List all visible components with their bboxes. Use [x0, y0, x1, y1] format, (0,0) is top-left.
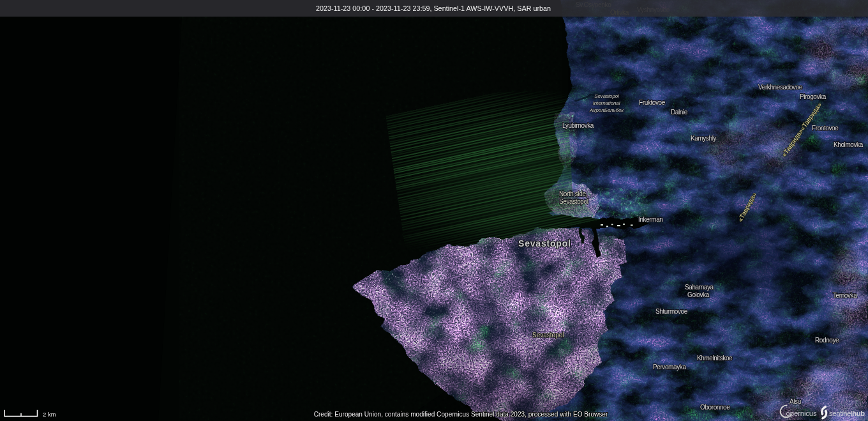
svg-text:Pervomayka: Pervomayka	[653, 364, 686, 371]
svg-text:Kamyshly: Kamyshly	[691, 135, 717, 142]
svg-text:AirportБельбек: AirportБельбек	[589, 107, 624, 113]
svg-text:Verkhnesadovoe: Verkhnesadovoe	[758, 84, 803, 91]
svg-text:Sevastopol: Sevastopol	[594, 93, 619, 99]
svg-text:Ternovka: Ternovka	[833, 292, 857, 299]
svg-text:Frontovoe: Frontovoe	[812, 125, 839, 132]
svg-text:Saharnaya: Saharnaya	[685, 284, 714, 291]
svg-text:Fruktovoe: Fruktovoe	[639, 99, 666, 106]
svg-text:Pirogovka: Pirogovka	[800, 93, 827, 100]
svg-text:Kholmovka: Kholmovka	[834, 141, 864, 148]
svg-text:Alsu: Alsu	[789, 398, 801, 405]
svg-text:Golovka: Golovka	[687, 291, 710, 298]
svg-text:Lyubimovka: Lyubimovka	[562, 122, 594, 129]
svg-text:Credit: European Union, contai: Credit: European Union, contains modifie…	[314, 411, 608, 418]
svg-text:Oboronnoe: Oboronnoe	[700, 404, 730, 411]
svg-text:Dalnie: Dalnie	[671, 109, 688, 116]
svg-text:North side,: North side,	[559, 190, 587, 197]
svg-text:Rodnoye: Rodnoye	[815, 337, 839, 344]
svg-text:Inkerman: Inkerman	[638, 216, 663, 223]
svg-text:Sevastopol: Sevastopol	[532, 332, 564, 339]
svg-text:International: International	[593, 100, 620, 106]
svg-text:Shturmovoe: Shturmovoe	[655, 308, 688, 315]
svg-text:Sevastopol: Sevastopol	[559, 198, 588, 205]
svg-text:opernicus: opernicus	[786, 410, 818, 417]
svg-text:Khmelnitskoe: Khmelnitskoe	[697, 355, 733, 362]
svg-text:2023-11-23 00:00 - 2023-11-23: 2023-11-23 00:00 - 2023-11-23 23:59, Sen…	[316, 4, 551, 12]
svg-text:sentinelhub: sentinelhub	[829, 410, 865, 417]
svg-text:Sevastopol: Sevastopol	[518, 238, 571, 249]
svg-text:2 km: 2 km	[43, 411, 56, 418]
